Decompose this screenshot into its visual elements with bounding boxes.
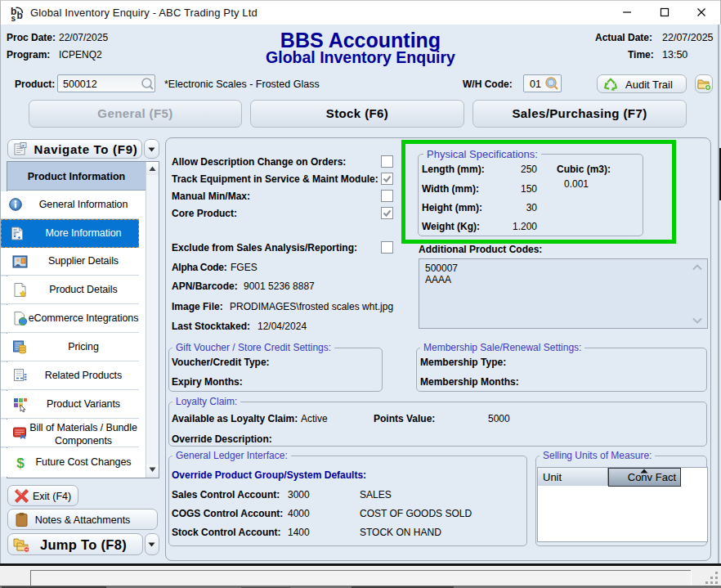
svg-text:s: s: [11, 14, 16, 22]
svg-text:$: $: [16, 456, 25, 471]
